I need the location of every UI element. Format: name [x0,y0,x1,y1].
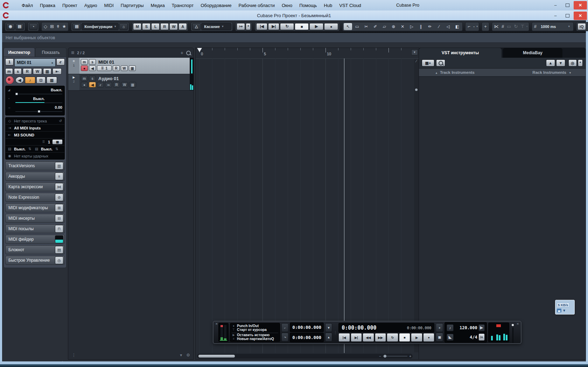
minimize-button[interactable]: – [550,1,561,9]
activate-project-button[interactable]: ◉ [6,23,15,30]
color-tool[interactable]: ◧ [453,23,461,30]
tab-vst-instruments[interactable]: VST инструменты [419,48,502,58]
cycle-button[interactable]: ↻ [387,333,398,342]
menu-item[interactable]: Проект [62,3,77,8]
section-notepad[interactable]: Блокнот ▤ [5,245,65,254]
vertical-scroll-thumb[interactable] [415,89,418,91]
snap-on-off-icon[interactable]: ⋉ [493,24,500,29]
track-read-button[interactable]: R [113,82,120,87]
midi-quantize-button[interactable]: ♪ [25,77,35,84]
menu-item[interactable]: Транспорт [172,3,194,8]
track-write-button[interactable]: W [121,65,128,71]
track-number-button[interactable]: 1 [5,58,14,65]
stop-button[interactable]: ■ [295,23,309,30]
horizontal-scrollbar[interactable]: − + [197,354,413,359]
automation-mode-dropdown[interactable]: Касание ▾ [201,23,231,30]
edit-channel-button[interactable]: e [56,58,65,65]
section-midi-sends[interactable]: MIDI посылы ⊓ [5,224,65,233]
monitor-button[interactable]: ◀ [15,77,24,84]
zoom-slider[interactable] [383,356,407,357]
section-quick-controls[interactable]: Быстрое Управление ◎ [5,256,65,265]
track-visibility-icon[interactable]: ⊞ [49,24,55,29]
time-signature-value[interactable]: 4/4 [455,335,477,340]
section-midi-inserts[interactable]: MIDI инсерты ⊟ [5,214,65,223]
line-tool[interactable]: ∕ [435,23,443,30]
left-locator-time[interactable]: 0:00:00.000 [290,323,324,332]
previous-instrument-button[interactable]: ▲ [546,59,555,66]
zoom-handle-icon[interactable]: ∕ [414,59,419,63]
quantize-wave-icon[interactable]: ∿ [587,24,588,29]
find-track-icon[interactable] [186,51,191,55]
section-note-expression[interactable]: Note Expression ⊘ [5,193,65,202]
record-enable-button[interactable] [5,76,14,85]
zoom-tool[interactable]: ⊕ [389,23,398,30]
project-minimize-button[interactable]: – [550,12,561,20]
open-device-button[interactable]: ▦ [52,139,63,144]
automation-state-button[interactable]: S [142,23,150,30]
track-monitor-button[interactable]: ◀ [89,82,96,87]
record-button[interactable]: ● [324,23,338,30]
read-automation-button[interactable]: R [23,68,32,75]
transport-handle-dot[interactable] [512,324,514,326]
goto-previous-marker-button[interactable]: |◀ [256,23,267,30]
rack-options-button[interactable]: ◎ [568,59,577,66]
record-button[interactable]: ● [423,333,435,342]
transport-close-icon[interactable]: ✕ [215,322,218,326]
goto-next-marker-button[interactable]: ▶| [268,23,279,30]
object-selection-tool[interactable]: ↖ [344,23,352,30]
track-instruments-header[interactable]: ▲Track Instruments [419,70,527,75]
pan-slider[interactable] [15,101,62,104]
midi-channel-row[interactable]: ⠿ 1 ▦ [6,139,64,146]
menu-item[interactable]: Помощь [299,3,317,8]
section-chords[interactable]: Аккорды ≡ [5,172,65,181]
snap-type-icon[interactable]: # [500,24,505,29]
automation-state-button[interactable]: W [169,23,178,30]
zoom-out-icon[interactable]: − [379,354,381,358]
track-solo-button[interactable]: s [89,76,96,81]
section-midi-modifiers[interactable]: MIDI модификаторы ⊞ [5,203,65,212]
section-expression-map[interactable]: Карта экспрессии ⋈ [5,182,65,191]
lock-button[interactable]: ⊡ [36,77,46,84]
solo-button[interactable]: s [14,68,22,75]
zoom-in-icon[interactable]: + [409,354,411,358]
menu-item[interactable]: Файл [22,3,33,8]
edit-in-place-button[interactable]: ▥ [43,68,51,75]
track-lanes-button[interactable]: ▥ [129,82,136,87]
rack-settings-button[interactable]: * [578,59,583,66]
track-preset-row[interactable]: ◇ Нет пресета трека ↺ [6,118,64,125]
drum-map-row[interactable]: ◉ Нет карты ударных [6,153,64,159]
program-spinner[interactable]: ⇅ [55,147,59,151]
menu-item[interactable]: Оборудование [201,3,231,8]
menu-item[interactable]: Правка [40,3,55,8]
track-mute-button[interactable]: m [81,59,88,65]
event-display-area[interactable]: 0510 ▼ ∕ − + [195,48,419,360]
autoscroll-button[interactable]: ↦ [237,23,245,30]
volume-slider[interactable] [15,93,62,95]
tab-inspector[interactable]: Инспектор [4,48,35,57]
punch-out-button[interactable]: ¬ [281,333,288,341]
secondary-time-display[interactable]: 0:00:00.000 [407,326,432,330]
configurations-dropdown[interactable]: Конфигурации ▾ [82,23,119,30]
track-mute-button[interactable]: m [81,76,88,81]
right-locator-time[interactable]: 0:00:00.000 [290,333,324,342]
track-list-options-icon[interactable]: ▾ [180,353,182,358]
menu-item[interactable]: Медиа [151,3,165,8]
grid-type-dropdown[interactable]: 1000 ms ▾ [538,23,572,30]
track-row-audio-01[interactable]: ▶ 2 m s Аудио 01 ● ◀ e ∞ R W [68,74,194,91]
tempo-options-button[interactable]: ▶ [478,324,485,331]
track-monitor-button[interactable]: ◀ [89,65,96,71]
mute-button[interactable]: m [5,68,13,75]
vertical-scrollbar[interactable]: ∕ [414,59,419,352]
close-button[interactable]: ✕ [574,1,587,9]
iterative-quantize-button[interactable]: iQ [578,23,586,30]
forward-button[interactable]: ▶▶ [375,333,386,342]
scrub-tool[interactable]: ◁ [444,23,452,30]
snap-events-icon[interactable]: ⊤ [519,24,525,29]
menu-item[interactable]: VST Cloud [339,3,361,8]
crosshair-icon[interactable]: + [483,24,488,29]
restore-button[interactable] [562,1,573,9]
inspector-settings-gear-icon[interactable]: ⚙ [61,360,64,361]
track-lanes-button[interactable]: ▥ [129,65,136,71]
menu-item[interactable]: Окно [282,3,292,8]
automation-state-button[interactable]: L [151,23,160,30]
